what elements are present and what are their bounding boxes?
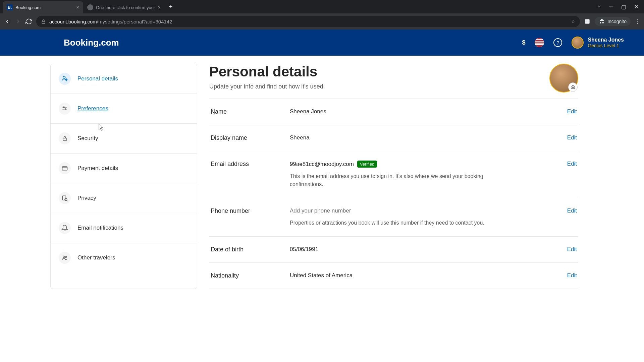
detail-label: Nationality	[211, 272, 284, 279]
svg-rect-8	[63, 138, 66, 141]
svg-point-14	[63, 256, 65, 257]
detail-value: Sheena	[290, 134, 562, 141]
lock-icon	[41, 19, 46, 24]
site-header: Booking.com $ ? Sheena Jones Genius Leve…	[0, 29, 644, 56]
help-icon[interactable]: ?	[553, 38, 562, 47]
card-icon	[59, 162, 71, 174]
close-window-icon[interactable]: ✕	[634, 4, 639, 10]
booking-logo[interactable]: Booking.com	[64, 38, 119, 48]
minimize-icon[interactable]: ─	[609, 4, 613, 10]
edit-button[interactable]: Edit	[567, 134, 577, 141]
window-controls: ─ ▢ ✕	[597, 4, 641, 10]
browser-toolbar: account.booking.com/mysettings/personal?…	[0, 13, 644, 29]
svg-point-15	[65, 256, 66, 257]
tab-search-icon[interactable]	[597, 4, 601, 10]
close-tab-icon[interactable]: ×	[76, 4, 79, 10]
detail-label: Phone number	[211, 207, 284, 215]
browser-tab-active[interactable]: B. Booking.com ×	[3, 1, 83, 13]
settings-sidebar: Personal details Preferences Security Pa…	[50, 64, 197, 289]
booking-favicon: B.	[7, 4, 13, 10]
page-title: Personal details	[209, 64, 541, 80]
svg-rect-1	[585, 19, 590, 23]
browser-tab-strip: B. Booking.com × One more click to confi…	[0, 0, 644, 13]
sidebar-item-label: Personal details	[77, 75, 118, 82]
profile-avatar[interactable]	[549, 64, 578, 93]
sidebar-item-preferences[interactable]: Preferences	[51, 94, 197, 124]
browser-tab-inactive[interactable]: One more click to confirm your ×	[83, 1, 165, 13]
camera-icon	[568, 82, 578, 92]
page-subtitle: Update your info and find out how it's u…	[209, 83, 541, 90]
svg-line-13	[67, 200, 68, 201]
edit-button[interactable]: Edit	[567, 161, 577, 167]
currency-selector[interactable]: $	[522, 39, 525, 46]
sidebar-item-security[interactable]: Security	[51, 124, 197, 154]
detail-value: 05/06/1991	[290, 246, 562, 253]
detail-row-display-name: Display name Sheena Edit	[209, 125, 578, 151]
sidebar-item-other-travelers[interactable]: Other travelers	[51, 243, 197, 273]
sidebar-item-label: Payment details	[77, 165, 118, 172]
sidebar-item-personal-details[interactable]: Personal details	[51, 64, 197, 94]
sidebar-item-privacy[interactable]: Privacy	[51, 183, 197, 213]
user-level: Genius Level 1	[588, 43, 624, 48]
detail-row-name: Name Sheena Jones Edit	[209, 99, 578, 125]
incognito-label: Incognito	[607, 19, 627, 24]
sidebar-item-label: Privacy	[77, 195, 96, 201]
edit-button[interactable]: Edit	[567, 207, 577, 214]
detail-value: Sheena Jones	[290, 108, 562, 115]
detail-placeholder: Add your phone number	[290, 207, 562, 214]
people-icon	[59, 252, 71, 264]
svg-rect-11	[62, 196, 66, 200]
reload-button[interactable]	[25, 18, 32, 25]
detail-label: Display name	[211, 134, 284, 141]
avatar-icon	[572, 37, 584, 49]
address-bar[interactable]: account.booking.com/mysettings/personal?…	[36, 16, 580, 27]
url-text: account.booking.com/mysettings/personal?…	[49, 19, 172, 24]
user-name: Sheena Jones	[588, 37, 624, 43]
detail-label: Date of birth	[211, 246, 284, 253]
detail-label: Name	[211, 108, 284, 115]
lock-icon	[59, 132, 71, 144]
main-content: Personal details Update your info and fi…	[209, 64, 592, 289]
detail-help: Properties or attractions you book will …	[290, 219, 518, 227]
user-menu[interactable]: Sheena Jones Genius Level 1	[572, 37, 624, 49]
svg-rect-0	[42, 21, 45, 23]
detail-row-nationality: Nationality United States of America Edi…	[209, 263, 578, 289]
incognito-badge[interactable]: Incognito	[595, 17, 631, 26]
svg-rect-9	[62, 167, 67, 170]
privacy-icon	[59, 192, 71, 204]
detail-row-phone: Phone number Add your phone number Prope…	[209, 198, 578, 237]
detail-row-dob: Date of birth 05/06/1991 Edit	[209, 237, 578, 263]
detail-row-email: Email address 99ae81cc@moodjoy.com Verif…	[209, 151, 578, 198]
extensions-icon[interactable]	[584, 18, 591, 25]
edit-button[interactable]: Edit	[567, 272, 577, 279]
incognito-icon	[599, 18, 605, 24]
svg-point-16	[572, 87, 574, 88]
back-button[interactable]	[4, 18, 11, 25]
browser-menu-icon[interactable]: ⋮	[635, 18, 640, 25]
sidebar-item-label: Security	[77, 135, 98, 142]
forward-button[interactable]	[15, 18, 21, 25]
sidebar-item-email-notifications[interactable]: Email notifications	[51, 213, 197, 243]
sidebar-item-label: Other travelers	[77, 254, 115, 261]
bell-icon	[59, 222, 71, 234]
detail-label: Email address	[211, 161, 284, 168]
verified-badge: Verified	[357, 161, 377, 168]
detail-value: 99ae81cc@moodjoy.com	[290, 161, 354, 168]
close-tab-icon[interactable]: ×	[158, 4, 161, 10]
edit-button[interactable]: Edit	[567, 108, 577, 115]
tab-title: Booking.com	[15, 5, 73, 10]
maximize-icon[interactable]: ▢	[621, 4, 626, 10]
sidebar-item-payment-details[interactable]: Payment details	[51, 154, 197, 183]
detail-value: United States of America	[290, 272, 562, 279]
person-icon	[59, 73, 71, 85]
language-flag-icon[interactable]	[535, 38, 544, 47]
sidebar-item-label: Preferences	[77, 105, 108, 112]
sidebar-item-label: Email notifications	[77, 225, 123, 231]
globe-favicon	[87, 4, 93, 10]
new-tab-button[interactable]: +	[165, 3, 177, 10]
bookmark-icon[interactable]: ☆	[571, 18, 575, 24]
sliders-icon	[59, 103, 71, 115]
edit-button[interactable]: Edit	[567, 246, 577, 253]
detail-help: This is the email address you use to sig…	[290, 172, 518, 188]
tab-title: One more click to confirm your	[96, 5, 155, 10]
